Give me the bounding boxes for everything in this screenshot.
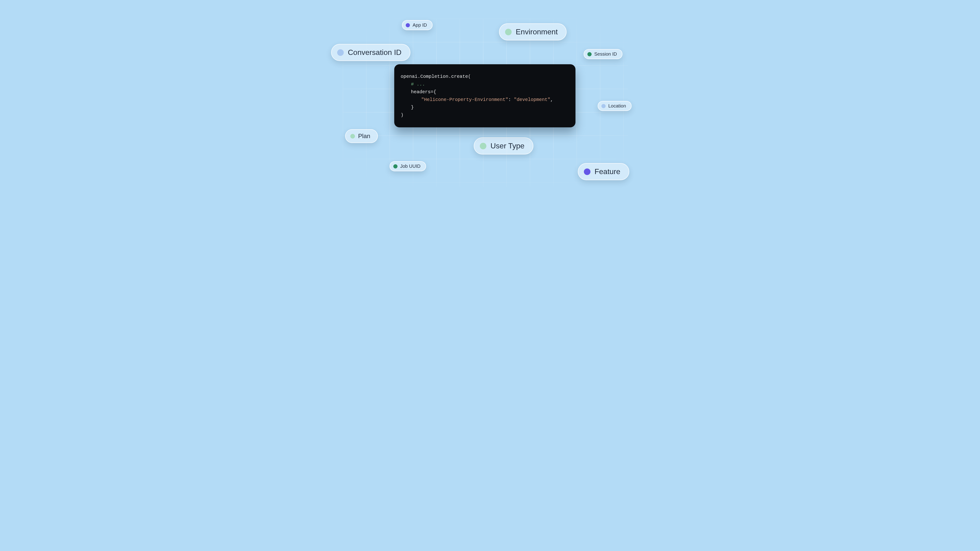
pill-user-type: User Type: [474, 137, 533, 154]
pill-job-uuid: Job UUID: [390, 161, 426, 171]
code-line: ): [401, 111, 569, 119]
dot-icon: [505, 29, 512, 35]
dot-icon: [406, 23, 410, 27]
code-snippet: openai.Completion.create( # ... headers=…: [394, 64, 576, 127]
pill-label: Feature: [595, 167, 620, 176]
dot-icon: [393, 164, 398, 168]
pill-location: Location: [598, 101, 632, 111]
code-line: "Helicone-Property-Environment": "develo…: [401, 96, 569, 103]
pill-session-id: Session ID: [584, 49, 623, 59]
diagram-stage: App ID Environment Conversation ID Sessi…: [315, 0, 665, 197]
code-line: # ...: [401, 80, 569, 88]
pill-plan: Plan: [345, 129, 378, 143]
pill-label: Conversation ID: [348, 48, 401, 57]
pill-label: Job UUID: [400, 164, 421, 169]
dot-icon: [584, 168, 590, 175]
dot-icon: [601, 104, 606, 108]
pill-label: App ID: [413, 22, 427, 28]
code-line: openai.Completion.create(: [401, 73, 569, 80]
dot-icon: [350, 134, 355, 138]
dot-icon: [587, 52, 592, 56]
code-line: headers={: [401, 88, 569, 96]
pill-label: User Type: [491, 141, 525, 150]
pill-label: Session ID: [594, 51, 617, 57]
pill-feature: Feature: [578, 163, 629, 180]
pill-label: Location: [608, 103, 626, 109]
code-line: }: [401, 103, 569, 111]
pill-conversation-id: Conversation ID: [331, 44, 410, 61]
dot-icon: [480, 143, 486, 149]
pill-label: Environment: [516, 28, 558, 36]
pill-app-id: App ID: [402, 20, 433, 30]
pill-environment: Environment: [499, 23, 567, 40]
dot-icon: [337, 49, 344, 56]
pill-label: Plan: [358, 132, 371, 140]
